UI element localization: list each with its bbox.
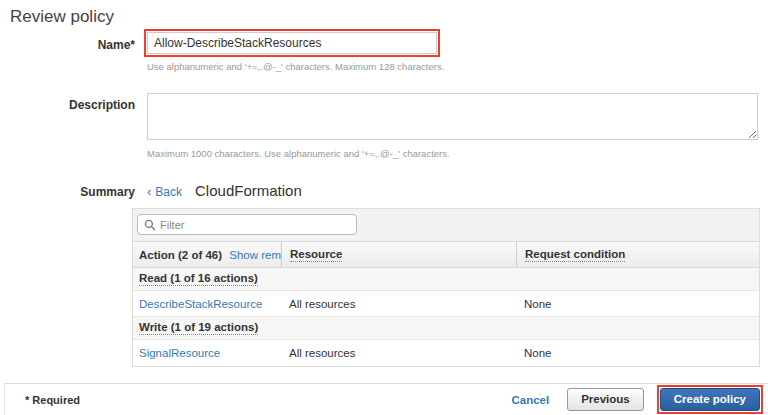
action-link-signal-resource[interactable]: SignalResource [139,347,220,359]
group-row-write: Write (1 of 19 actions) [133,317,759,340]
summary-header: ‹Back CloudFormation [147,182,768,199]
wizard-footer: * Required Cancel Previous Create policy [4,383,768,415]
action-count-label: Action (2 of 46) [139,249,222,261]
group-row-read: Read (1 of 16 actions) [133,268,759,291]
condition-cell: None [516,298,759,310]
condition-header-label: Request condition [525,248,625,262]
name-form-row: Name* Use alphanumeric and '+=,.@-_' cha… [0,29,768,72]
policy-description-textarea[interactable] [147,93,758,140]
description-hint: Maximum 1000 characters. Use alphanumeri… [147,148,768,159]
service-name: CloudFormation [195,182,302,199]
action-link-describe-stack-resource[interactable]: DescribeStackResource [139,298,262,310]
show-remaining-link[interactable]: Show remaining 44 [229,249,281,261]
description-form-row: Description Maximum 1000 characters. Use… [0,93,768,159]
summary-label: Summary [0,182,135,199]
policy-name-input[interactable] [147,32,437,54]
name-field-area: Use alphanumeric and '+=,.@-_' character… [144,29,768,72]
create-policy-button[interactable]: Create policy [660,388,760,411]
page-title: Review policy [10,7,768,26]
resource-cell: All resources [281,347,516,359]
table-row: DescribeStackResource All resources None [133,291,759,317]
name-label: Name* [0,29,135,72]
summary-form-row: Summary ‹Back CloudFormation [0,182,768,199]
chevron-left-icon: ‹ [147,184,151,199]
condition-cell: None [516,347,759,359]
back-link[interactable]: ‹Back [147,184,182,199]
write-group-label: Write (1 of 19 actions) [139,321,258,335]
column-header-request-condition: Request condition [516,242,759,267]
name-annotation-highlight [144,29,440,57]
column-header-resource: Resource [281,242,516,267]
create-policy-annotation-highlight: Create policy [657,385,763,414]
back-link-label: Back [155,185,182,199]
previous-button[interactable]: Previous [567,388,644,411]
required-note: * Required [5,394,80,406]
resource-cell: All resources [281,298,516,310]
table-header-row: Action (2 of 46) Show remaining 44 Resou… [133,241,759,268]
filter-input-wrap[interactable] [137,214,357,235]
column-header-action: Action (2 of 46) Show remaining 44 [133,249,281,261]
cancel-link[interactable]: Cancel [511,394,549,406]
filter-input[interactable] [160,219,350,231]
name-hint: Use alphanumeric and '+=,.@-_' character… [147,61,768,72]
permissions-summary-table: Action (2 of 46) Show remaining 44 Resou… [132,208,760,367]
filter-bar [133,209,759,241]
resource-header-label: Resource [290,248,342,262]
search-icon [144,219,156,231]
footer-actions: Cancel Previous Create policy [511,385,768,414]
description-field-area: Maximum 1000 characters. Use alphanumeri… [144,93,768,159]
table-row: SignalResource All resources None [133,340,759,366]
description-label: Description [0,93,135,159]
read-group-label: Read (1 of 16 actions) [139,272,258,286]
